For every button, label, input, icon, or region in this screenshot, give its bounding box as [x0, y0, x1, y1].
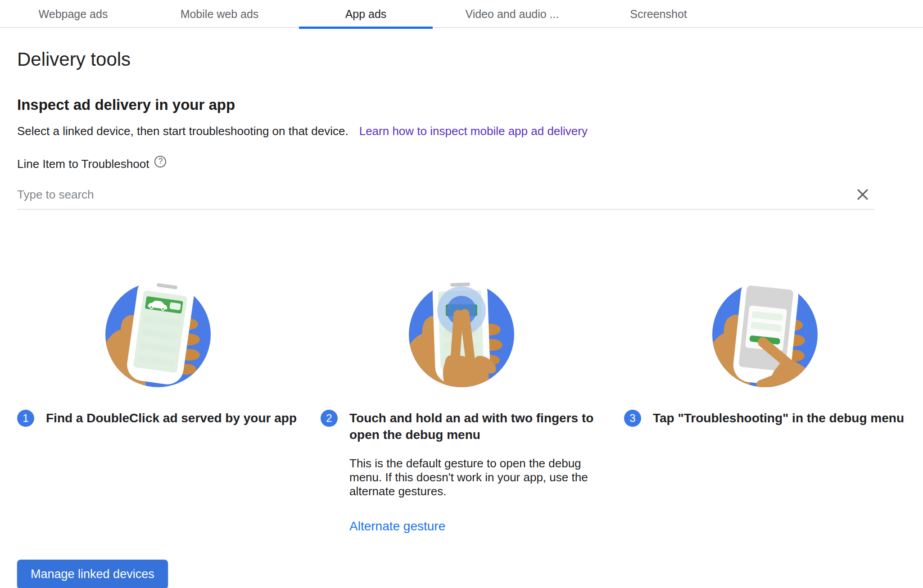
step-description: This is the default gesture to open the … [349, 457, 593, 498]
tab-video-and-audio[interactable]: Video and audio ... [439, 0, 585, 28]
tab-label: Webpage ads [39, 8, 108, 21]
step-2-column: 2 Touch and hold an ad with two fingers … [321, 271, 602, 534]
tab-mobile-web-ads[interactable]: Mobile web ads [146, 0, 293, 28]
hand-holding-phone-illustration [17, 271, 299, 389]
step-title: Find a DoubleClick ad served by your app [46, 410, 297, 426]
section-heading: Inspect ad delivery in your app [17, 96, 906, 113]
manage-linked-devices-button[interactable]: Manage linked devices [17, 560, 168, 588]
tab-label: Mobile web ads [181, 8, 259, 21]
learn-how-link[interactable]: Learn how to inspect mobile app ad deliv… [359, 124, 588, 138]
tab-bar: Webpage ads Mobile web ads App ads Video… [0, 0, 923, 28]
step-title: Touch and hold an ad with two fingers to… [349, 410, 602, 443]
active-tab-indicator [299, 27, 433, 29]
tab-label: App ads [345, 8, 387, 21]
tab-label: Screenshot [630, 8, 687, 21]
step-number-badge: 3 [624, 410, 641, 427]
step-1-column: 1 Find a DoubleClick ad served by your a… [17, 271, 299, 534]
tab-app-ads[interactable]: App ads [293, 0, 439, 28]
line-item-label: Line Item to Troubleshoot [17, 157, 149, 171]
step-number-badge: 2 [321, 410, 338, 427]
tab-webpage-ads[interactable]: Webpage ads [0, 0, 146, 28]
steps-section: 1 Find a DoubleClick ad served by your a… [17, 271, 906, 534]
tab-label: Video and audio ... [465, 8, 559, 21]
section-description: Select a linked device, then start troub… [17, 124, 348, 138]
step-title: Tap "Troubleshooting" in the debug menu [653, 410, 904, 426]
delivery-tools-panel: Delivery tools Inspect ad delivery in yo… [0, 49, 923, 588]
step-3-column: 3 Tap "Troubleshooting" in the debug men… [624, 271, 906, 534]
page-title: Delivery tools [17, 49, 906, 70]
finger-tap-illustration [624, 271, 906, 389]
line-item-search-field [17, 187, 874, 210]
tab-screenshot[interactable]: Screenshot [585, 0, 732, 28]
two-finger-touch-illustration [321, 271, 602, 389]
search-input[interactable] [17, 188, 855, 202]
help-icon[interactable] [154, 156, 166, 167]
step-number-badge: 1 [17, 410, 34, 427]
alternate-gesture-link[interactable]: Alternate gesture [349, 519, 445, 534]
clear-icon[interactable] [855, 187, 870, 202]
